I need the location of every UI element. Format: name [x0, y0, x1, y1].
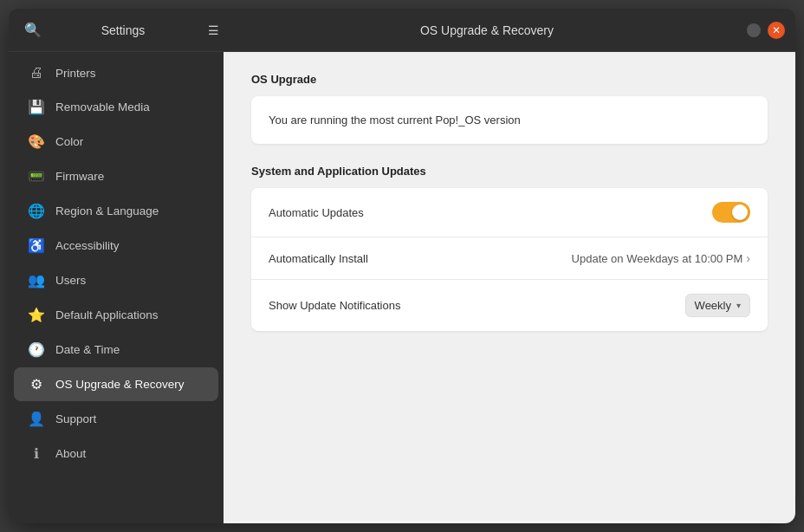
sidebar-item-label-printers: Printers [55, 67, 96, 80]
sidebar-item-printers[interactable]: 🖨Printers [14, 56, 218, 89]
titlebar-center: OS Upgrade & Recovery [227, 23, 747, 37]
automatic-updates-row: Automatic Updates [251, 188, 768, 237]
dropdown-arrow-icon: ▾ [736, 301, 741, 310]
accessibility-icon: ♿ [28, 237, 45, 254]
automatically-install-text: Update on Weekdays at 10:00 PM [572, 252, 743, 265]
region-language-icon: 🌐 [28, 203, 45, 219]
sidebar: 🖨Printers💾Removable Media🎨Color📟Firmware… [9, 52, 224, 523]
system-updates-title: System and Application Updates [251, 165, 768, 178]
sidebar-item-users[interactable]: 👥Users [14, 263, 218, 297]
menu-button[interactable]: ☰ [199, 16, 227, 44]
close-icon: ✕ [772, 24, 781, 36]
sidebar-item-label-os-upgrade-recovery: OS Upgrade & Recovery [55, 378, 185, 391]
firmware-icon: 📟 [28, 168, 45, 185]
automatic-updates-label: Automatic Updates [269, 206, 364, 219]
removable-media-icon: 💾 [28, 99, 45, 115]
show-update-notifications-row: Show Update Notifications Weekly ▾ [251, 280, 768, 331]
titlebar: 🔍 Settings ☰ OS Upgrade & Recovery — ✕ [9, 9, 795, 52]
users-icon: 👥 [28, 272, 45, 289]
color-icon: 🎨 [28, 133, 45, 150]
sidebar-item-os-upgrade-recovery[interactable]: ⚙OS Upgrade & Recovery [14, 367, 218, 401]
sidebar-item-label-removable-media: Removable Media [55, 101, 150, 114]
date-time-icon: 🕐 [28, 341, 45, 358]
notifications-frequency-value: Weekly [695, 299, 731, 312]
sidebar-item-firmware[interactable]: 📟Firmware [14, 159, 218, 193]
minimize-button[interactable]: — [747, 23, 761, 37]
sidebar-item-label-default-applications: Default Applications [55, 308, 159, 321]
os-upgrade-info-text: You are running the most current Pop!_OS… [269, 114, 521, 127]
automatically-install-value: Update on Weekdays at 10:00 PM › [572, 251, 750, 265]
main-content: OS Upgrade You are running the most curr… [224, 52, 795, 523]
sidebar-item-label-date-time: Date & Time [55, 343, 120, 356]
sidebar-item-label-accessibility: Accessibility [55, 239, 120, 252]
about-icon: ℹ [28, 445, 45, 462]
window-controls: — ✕ [747, 22, 785, 39]
minimize-icon: — [749, 25, 758, 35]
sidebar-item-label-region-language: Region & Language [55, 204, 159, 217]
automatic-updates-toggle[interactable] [712, 202, 750, 223]
os-upgrade-recovery-icon: ⚙ [28, 376, 45, 393]
sidebar-item-label-users: Users [55, 274, 86, 287]
sidebar-title: Settings [54, 23, 192, 37]
support-icon: 👤 [28, 411, 45, 427]
sidebar-item-about[interactable]: ℹAbout [14, 437, 218, 470]
close-button[interactable]: ✕ [768, 22, 785, 39]
show-update-notifications-label: Show Update Notifications [269, 299, 400, 312]
content-area: 🖨Printers💾Removable Media🎨Color📟Firmware… [9, 52, 795, 523]
sidebar-item-removable-media[interactable]: 💾Removable Media [14, 90, 218, 124]
search-icon: 🔍 [24, 22, 42, 38]
default-applications-icon: ⭐ [28, 307, 45, 323]
printers-icon: 🖨 [28, 65, 45, 81]
automatically-install-label: Automatically Install [269, 252, 368, 265]
sidebar-item-region-language[interactable]: 🌐Region & Language [14, 194, 218, 228]
sidebar-item-default-applications[interactable]: ⭐Default Applications [14, 298, 218, 332]
sidebar-item-support[interactable]: 👤Support [14, 402, 218, 436]
sidebar-item-label-support: Support [55, 412, 96, 425]
os-upgrade-info-box: You are running the most current Pop!_OS… [251, 96, 768, 144]
os-upgrade-title: OS Upgrade [251, 73, 768, 86]
notifications-frequency-dropdown[interactable]: Weekly ▾ [685, 294, 750, 317]
sidebar-item-label-firmware: Firmware [55, 170, 104, 183]
titlebar-left: 🔍 Settings ☰ [19, 16, 227, 44]
window-title: OS Upgrade & Recovery [420, 23, 554, 37]
sidebar-item-label-color: Color [55, 135, 83, 148]
search-button[interactable]: 🔍 [19, 16, 47, 44]
sidebar-item-accessibility[interactable]: ♿Accessibility [14, 229, 218, 263]
sidebar-item-date-time[interactable]: 🕐Date & Time [14, 333, 218, 367]
sidebar-item-color[interactable]: 🎨Color [14, 125, 218, 159]
sidebar-item-label-about: About [55, 447, 86, 460]
menu-icon: ☰ [208, 23, 219, 37]
automatically-install-row[interactable]: Automatically Install Update on Weekdays… [251, 237, 768, 280]
app-window: 🔍 Settings ☰ OS Upgrade & Recovery — ✕ 🖨… [9, 9, 795, 523]
chevron-right-icon: › [746, 251, 750, 265]
system-updates-group: Automatic Updates Automatically Install … [251, 188, 768, 331]
